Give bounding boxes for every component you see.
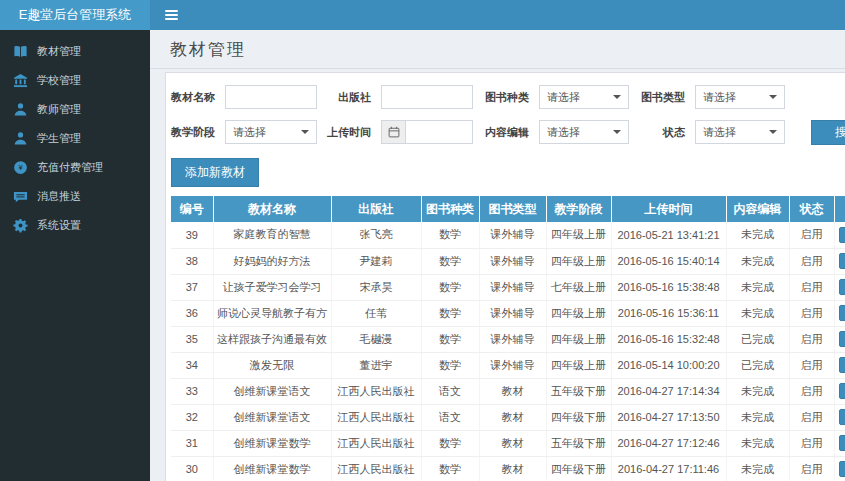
sidebar-item[interactable]: 消息推送	[0, 182, 150, 211]
row-action-button[interactable]	[839, 279, 845, 295]
table-row: 34激发无限董进宇数学课外辅导四年级上册2016-05-14 10:00:20已…	[171, 352, 845, 378]
table-cell: 任苇	[331, 300, 421, 326]
chevron-down-icon	[301, 130, 309, 134]
table-cell: 未完成	[726, 430, 789, 456]
sidebar-item[interactable]: 教材管理	[0, 37, 150, 66]
add-textbook-button[interactable]: 添加新教材	[171, 158, 259, 187]
table-cell: 五年级下册	[546, 430, 611, 456]
sidebar-item-label: 学校管理	[37, 73, 81, 88]
sidebar-item[interactable]: 学校管理	[0, 66, 150, 95]
action-cell	[834, 222, 845, 248]
table-cell: 课外辅导	[479, 274, 546, 300]
column-header: 上传时间	[611, 196, 726, 222]
table-cell: 数学	[421, 274, 479, 300]
table-cell: 33	[171, 378, 213, 404]
table-cell: 四年级下册	[546, 456, 611, 481]
table-cell: 启用	[789, 378, 834, 404]
table-cell: 2016-05-14 10:00:20	[611, 352, 726, 378]
date-input[interactable]	[405, 120, 473, 144]
table-cell: 课外辅导	[479, 300, 546, 326]
column-header: 编号	[171, 196, 213, 222]
table-cell: 七年级上册	[546, 274, 611, 300]
row-action-button[interactable]	[839, 461, 845, 477]
row-action-button[interactable]	[839, 305, 845, 321]
payment-icon: ¥	[13, 160, 28, 175]
student-icon	[13, 131, 28, 146]
table-cell: 2016-04-27 17:13:50	[611, 404, 726, 430]
table-cell: 江西人民出版社	[331, 430, 421, 456]
column-header: 内容编辑	[726, 196, 789, 222]
column-header: 出版社	[331, 196, 421, 222]
select-dropdown[interactable]: 请选择	[695, 85, 785, 109]
sidebar-item[interactable]: ¥充值付费管理	[0, 153, 150, 182]
row-action-button[interactable]	[839, 357, 845, 373]
table-cell: 启用	[789, 274, 834, 300]
sidebar-menu: 教材管理学校管理教师管理学生管理¥充值付费管理消息推送系统设置	[0, 37, 150, 240]
action-cell	[834, 326, 845, 352]
table-cell: 数学	[421, 326, 479, 352]
field-label: 状态	[639, 125, 685, 140]
table-cell: 这样跟孩子沟通最有效	[213, 326, 331, 352]
action-cell	[834, 430, 845, 456]
field-label: 教学阶段	[171, 125, 215, 140]
table-cell: 2016-05-16 15:32:48	[611, 326, 726, 352]
table-cell: 课外辅导	[479, 248, 546, 274]
date-field	[381, 120, 473, 144]
table-cell: 课外辅导	[479, 222, 546, 248]
sidebar-item[interactable]: 学生管理	[0, 124, 150, 153]
action-cell	[834, 352, 845, 378]
table-cell: 语文	[421, 404, 479, 430]
table-cell: 课外辅导	[479, 326, 546, 352]
row-action-button[interactable]	[839, 409, 845, 425]
app-logo[interactable]: E趣堂后台管理系统	[0, 0, 150, 30]
table-cell: 数学	[421, 222, 479, 248]
table-cell: 34	[171, 352, 213, 378]
row-action-button[interactable]	[839, 227, 845, 243]
table-body: 39家庭教育的智慧张飞亮数学课外辅导四年级上册2016-05-21 13:41:…	[171, 222, 845, 481]
search-button[interactable]: 搜索	[811, 120, 845, 145]
table-cell: 未完成	[726, 222, 789, 248]
table-cell: 38	[171, 248, 213, 274]
table-row: 30创维新课堂数学江西人民出版社数学教材四年级下册2016-04-27 17:1…	[171, 456, 845, 481]
table-cell: 四年级上册	[546, 248, 611, 274]
table-cell: 创维新课堂语文	[213, 404, 331, 430]
table-cell: 江西人民出版社	[331, 404, 421, 430]
select-dropdown[interactable]: 请选择	[225, 120, 317, 144]
column-header: 图书类型	[479, 196, 546, 222]
row-action-button[interactable]	[839, 331, 845, 347]
action-cell	[834, 274, 845, 300]
select-dropdown[interactable]: 请选择	[539, 120, 629, 144]
table-cell: 未完成	[726, 456, 789, 481]
message-icon	[13, 189, 28, 204]
table-cell: 数学	[421, 352, 479, 378]
table-row: 39家庭教育的智慧张飞亮数学课外辅导四年级上册2016-05-21 13:41:…	[171, 222, 845, 248]
text-input[interactable]	[381, 85, 473, 109]
sidebar-item[interactable]: 教师管理	[0, 95, 150, 124]
row-action-button[interactable]	[839, 253, 845, 269]
table-cell: 数学	[421, 430, 479, 456]
table-cell: 未完成	[726, 300, 789, 326]
table-cell: 教材	[479, 404, 546, 430]
row-action-button[interactable]	[839, 435, 845, 451]
select-value: 请选择	[703, 125, 736, 140]
row-action-button[interactable]	[839, 383, 845, 399]
table-cell: 启用	[789, 456, 834, 481]
text-input[interactable]	[225, 85, 317, 109]
table-cell: 数学	[421, 300, 479, 326]
table-cell: 激发无限	[213, 352, 331, 378]
action-cell	[834, 404, 845, 430]
select-value: 请选择	[547, 125, 580, 140]
table-cell: 36	[171, 300, 213, 326]
select-dropdown[interactable]: 请选择	[539, 85, 629, 109]
calendar-icon[interactable]	[381, 120, 405, 144]
table-row: 32创维新课堂语文江西人民出版社语文教材四年级下册2016-04-27 17:1…	[171, 404, 845, 430]
column-header: 图书种类	[421, 196, 479, 222]
select-dropdown[interactable]: 请选择	[695, 120, 785, 144]
sidebar-toggle-button[interactable]	[150, 0, 192, 30]
table-cell: 张飞亮	[331, 222, 421, 248]
sidebar-item[interactable]: 系统设置	[0, 211, 150, 240]
select-value: 请选择	[703, 90, 736, 105]
table-cell: 教材	[479, 430, 546, 456]
table-cell: 课外辅导	[479, 352, 546, 378]
sidebar-item-label: 消息推送	[37, 189, 81, 204]
